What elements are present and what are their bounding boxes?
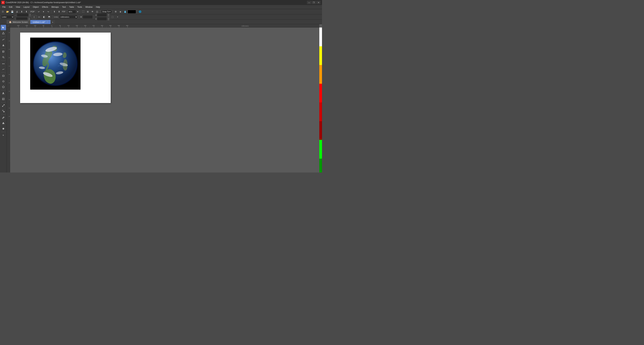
sep1 <box>29 10 30 14</box>
hatch-v-up[interactable]: ▲ <box>107 17 110 19</box>
palette-color-strip[interactable] <box>319 84 322 103</box>
page-frame-btn[interactable]: ⬚ <box>110 15 115 19</box>
new-tab-button[interactable]: + <box>51 20 54 24</box>
crop-btn[interactable] <box>1 49 6 54</box>
svg-rect-19 <box>2 110 3 111</box>
color-swatch[interactable] <box>128 10 136 14</box>
freehand-btn[interactable] <box>1 37 6 42</box>
maximize-button[interactable]: ❐ <box>312 1 316 4</box>
palette-color-strip[interactable] <box>319 102 322 121</box>
tool-sep-8 <box>1 132 6 132</box>
rectangle-btn[interactable] <box>1 73 6 79</box>
grid-btn[interactable]: ⊞ <box>86 10 90 14</box>
same-height-btn[interactable]: ⬒ <box>47 15 51 19</box>
menu-object[interactable]: Object <box>31 5 40 9</box>
svg-text:-50: -50 <box>42 25 44 26</box>
menu-layout[interactable]: Layout <box>22 5 31 9</box>
menu-help[interactable]: Help <box>94 5 102 9</box>
close-button[interactable]: ✕ <box>316 1 321 4</box>
menu-tools[interactable]: Tools <box>76 5 84 9</box>
portrait-btn[interactable]: ▯ <box>32 15 36 19</box>
fill-btn[interactable] <box>1 121 6 126</box>
menu-table[interactable]: Table <box>68 5 76 9</box>
save-button[interactable]: 💾 <box>10 10 14 14</box>
palette-color-strip[interactable] <box>319 159 322 173</box>
height-icon: ↕ <box>15 18 16 20</box>
svg-text:millimeters: millimeters <box>242 25 249 27</box>
height-up[interactable]: ▲ <box>28 17 30 19</box>
undo-button[interactable]: ↩ <box>36 10 41 14</box>
earth-image-container[interactable] <box>30 38 80 90</box>
add-page-btn[interactable]: + <box>116 15 120 19</box>
palette-color-strip[interactable] <box>319 65 322 84</box>
palette-color-strip[interactable] <box>319 46 322 65</box>
nudge-input[interactable]: 0,1 mm <box>83 15 93 19</box>
svg-text:250: 250 <box>92 25 95 26</box>
align-top[interactable]: ⬆ <box>52 10 56 14</box>
menu-edit[interactable]: Edit <box>7 5 14 9</box>
eyedropper-btn[interactable] <box>1 115 6 120</box>
tab-welcome[interactable]: 🏠 Welcome Screen <box>7 20 30 24</box>
canvas-area[interactable]: -200 -150 -100 -50 0 50 100 150 <box>7 24 322 173</box>
eyedrop-btn[interactable]: 💧 <box>123 10 127 14</box>
select-tool-btn[interactable] <box>1 25 6 30</box>
tab-document[interactable]: Untitled-1.cdr* ✕ <box>30 20 50 24</box>
hatch-v-down[interactable]: ▼ <box>107 19 110 21</box>
width-down[interactable]: ▼ <box>29 15 31 17</box>
align-bottom[interactable]: ⬇ <box>57 10 61 14</box>
menu-window[interactable]: Window <box>84 5 94 9</box>
tab-close-button[interactable]: ✕ <box>46 21 48 23</box>
hatch-h-up[interactable]: ▲ <box>107 13 110 15</box>
polygon-btn[interactable] <box>1 84 6 90</box>
svg-text:450: 450 <box>126 25 128 26</box>
text-btn[interactable]: A <box>1 91 6 96</box>
zoom-btn[interactable] <box>1 55 6 60</box>
view-btn[interactable]: 👁 <box>90 10 94 14</box>
connector-btn[interactable] <box>1 103 6 108</box>
freehand2-btn[interactable] <box>1 67 6 72</box>
units-select[interactable]: millimeters <box>59 15 78 19</box>
ellipse-btn[interactable] <box>1 79 6 84</box>
blend-btn[interactable] <box>1 108 6 114</box>
add-page-tool-btn[interactable]: + <box>1 133 6 138</box>
smart-fill-btn[interactable] <box>1 43 6 48</box>
menu-text[interactable]: Text <box>60 5 68 9</box>
tool-sep-6 <box>1 102 6 102</box>
landscape-btn[interactable]: ▭ <box>37 15 41 19</box>
redo-button[interactable]: ↪ <box>46 10 50 14</box>
sep8 <box>137 10 137 14</box>
width-input[interactable]: 279,4 mm <box>17 13 28 17</box>
menu-bitmaps[interactable]: Bitmaps <box>50 5 60 9</box>
palette-color-strip[interactable] <box>319 28 322 46</box>
style-btn[interactable]: ◈ <box>118 10 122 14</box>
hatch-v-input[interactable]: 5,0 mm <box>97 17 107 21</box>
settings-btn[interactable]: ⚙ <box>114 10 118 14</box>
zoom-dropdown[interactable]: ▾ <box>76 10 79 14</box>
open-button[interactable]: 📂 <box>5 10 10 14</box>
table-btn[interactable] <box>1 96 6 102</box>
shape-edit-btn[interactable] <box>1 30 6 36</box>
new-doc-button[interactable]: 🗋 <box>1 10 5 14</box>
zoom-input[interactable]: 46% <box>68 10 76 14</box>
sep4 <box>67 10 67 14</box>
palette-color-strip[interactable] <box>319 121 322 140</box>
menu-file[interactable]: File <box>1 5 7 9</box>
sep-p1 <box>52 15 53 19</box>
same-width-btn[interactable]: ◧ <box>42 15 46 19</box>
fullscreen-btn[interactable]: ⛶ <box>81 10 85 14</box>
svg-text:0: 0 <box>51 25 52 26</box>
interactive-fill-btn[interactable] <box>1 126 6 131</box>
minimize-button[interactable]: — <box>307 1 311 4</box>
paper-size-select[interactable]: Letter <box>1 15 14 19</box>
menu-effects[interactable]: Effects <box>40 5 50 9</box>
palette-color-strip[interactable] <box>319 140 322 159</box>
width-up[interactable]: ▲ <box>29 13 31 15</box>
color-mgmt-btn[interactable]: 🌐 <box>138 10 142 14</box>
menu-view[interactable]: View <box>14 5 22 9</box>
undo-dropdown[interactable]: ▾ <box>41 10 46 14</box>
hatch-h-input[interactable]: 5,0 mm <box>97 13 107 17</box>
export-pdf-btn[interactable]: PDF <box>62 10 66 14</box>
hatch-h-down[interactable]: ▼ <box>107 15 110 17</box>
zoom-control: 46% ▾ <box>68 10 79 14</box>
parallel-dim-btn[interactable] <box>1 61 6 67</box>
